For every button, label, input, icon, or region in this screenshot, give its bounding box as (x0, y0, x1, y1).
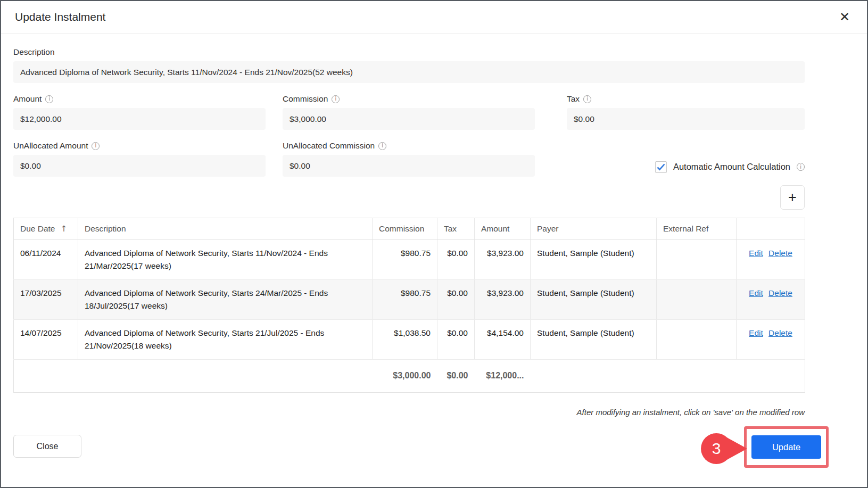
column-header-tax[interactable]: Tax (437, 218, 475, 240)
info-icon[interactable]: i (797, 163, 805, 171)
commission-cell: $980.75 (373, 280, 437, 320)
dialog-title: Update Instalment (15, 11, 105, 23)
instalment-note: After modifying an instalment, click on … (13, 408, 805, 417)
table-header-row: Due Date↑ Description Commission Tax Amo… (14, 218, 805, 240)
actions-cell: Edit Delete (737, 280, 805, 320)
commission-cell: $980.75 (373, 240, 437, 280)
dialog-body: Description Amount i Commission i (1, 34, 805, 417)
delete-link[interactable]: Delete (768, 249, 792, 258)
actions-cell: Edit Delete (737, 320, 805, 360)
delete-link[interactable]: Delete (768, 288, 792, 297)
amount-cell: $3,923.00 (475, 240, 531, 280)
description-cell: Advanced Diploma of Network Security, St… (78, 320, 373, 360)
total-commission: $3,000.00 (373, 360, 437, 393)
automatic-amount-calculation-checkbox[interactable] (655, 161, 667, 173)
update-instalment-dialog: Update Instalment ✕ Description Amount i… (0, 0, 868, 488)
dialog-header: Update Instalment ✕ (1, 1, 867, 34)
due-date-cell: 06/11/2024 (14, 240, 78, 280)
close-icon[interactable]: ✕ (839, 11, 850, 23)
info-icon[interactable]: i (45, 95, 53, 103)
column-header-amount[interactable]: Amount (475, 218, 531, 240)
tax-cell: $0.00 (437, 280, 475, 320)
total-amount: $12,000... (475, 360, 531, 393)
automatic-amount-calculation-label: Automatic Amount Calculation (673, 162, 790, 172)
description-cell: Advanced Diploma of Network Security, St… (78, 240, 373, 280)
totals-row: $3,000.00 $0.00 $12,000... (14, 360, 805, 393)
tax-cell: $0.00 (437, 240, 475, 280)
unallocated-amount-label: UnAllocated Amount i (13, 141, 266, 151)
due-date-cell: 14/07/2025 (14, 320, 78, 360)
edit-link[interactable]: Edit (749, 249, 763, 258)
step-annotation-number: 3 (698, 430, 734, 467)
column-header-external-ref[interactable]: External Ref (657, 218, 737, 240)
table-row: 17/03/2025 Advanced Diploma of Network S… (14, 280, 805, 320)
amount-cell: $3,923.00 (475, 280, 531, 320)
info-icon[interactable]: i (378, 142, 386, 150)
column-header-payer[interactable]: Payer (531, 218, 657, 240)
amount-label: Amount i (13, 94, 266, 104)
delete-link[interactable]: Delete (768, 328, 792, 337)
payer-cell: Student, Sample (Student) (531, 240, 657, 280)
payer-cell: Student, Sample (Student) (531, 280, 657, 320)
commission-cell: $1,038.50 (373, 320, 437, 360)
commission-label: Commission i (283, 94, 535, 104)
amount-input[interactable] (13, 108, 266, 130)
info-icon[interactable]: i (92, 142, 100, 150)
unallocated-commission-label: UnAllocated Commission i (283, 141, 535, 151)
info-icon[interactable]: i (332, 95, 340, 103)
amount-cell: $4,154.00 (475, 320, 531, 360)
external-ref-cell (657, 320, 737, 360)
description-label: Description (13, 47, 805, 57)
update-button[interactable]: Update (751, 435, 821, 459)
actions-cell: Edit Delete (737, 240, 805, 280)
external-ref-cell (657, 240, 737, 280)
column-header-actions (737, 218, 805, 240)
tax-cell: $0.00 (437, 320, 475, 360)
unallocated-amount-input[interactable] (13, 155, 266, 177)
edit-link[interactable]: Edit (749, 288, 763, 297)
tax-input[interactable] (567, 108, 805, 130)
payer-cell: Student, Sample (Student) (531, 320, 657, 360)
add-instalment-button[interactable]: + (780, 185, 805, 210)
column-header-description[interactable]: Description (78, 218, 373, 240)
unallocated-commission-input[interactable] (283, 155, 535, 177)
edit-link[interactable]: Edit (749, 328, 763, 337)
external-ref-cell (657, 280, 737, 320)
tax-label: Tax i (567, 94, 805, 104)
info-icon[interactable]: i (583, 95, 591, 103)
update-button-highlight: Update (744, 426, 829, 468)
table-row: 06/11/2024 Advanced Diploma of Network S… (14, 240, 805, 280)
total-tax: $0.00 (437, 360, 475, 393)
close-button[interactable]: Close (13, 435, 81, 458)
instalments-table: Due Date↑ Description Commission Tax Amo… (13, 218, 805, 393)
description-cell: Advanced Diploma of Network Security, St… (78, 280, 373, 320)
column-header-commission[interactable]: Commission (373, 218, 437, 240)
commission-input[interactable] (283, 108, 535, 130)
sort-ascending-icon[interactable]: ↑ (60, 224, 67, 234)
due-date-cell: 17/03/2025 (14, 280, 78, 320)
description-input[interactable] (13, 61, 805, 83)
checkmark-icon (657, 163, 665, 171)
table-row: 14/07/2025 Advanced Diploma of Network S… (14, 320, 805, 360)
column-header-due-date[interactable]: Due Date↑ (14, 218, 78, 240)
